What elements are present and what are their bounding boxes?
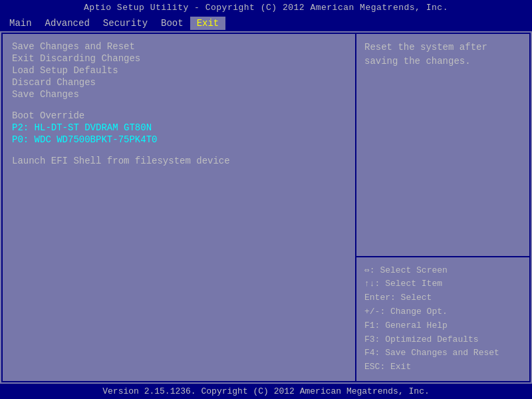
help-area: ⇔: Select Screen↑↓: Select ItemEnter: Se… [356, 257, 529, 381]
footer-text: Version 2.15.1236. Copyright (C) 2012 Am… [102, 386, 429, 396]
section-label: Boot Override [12, 110, 346, 122]
boot-item[interactable]: P0: WDC WD7500BPKT-75PK4T0 [12, 134, 346, 146]
nav-bar: MainAdvancedSecurityBootExit [0, 15, 532, 31]
help-item: F4: Save Changes and Reset [364, 346, 521, 360]
help-item: +/-: Change Opt. [364, 305, 521, 319]
nav-item-security[interactable]: Security [96, 17, 154, 30]
help-item: ESC: Exit [364, 360, 521, 374]
help-item: ↑↓: Select Item [364, 277, 521, 291]
help-item: F1: General Help [364, 319, 521, 333]
title-text: Aptio Setup Utility - Copyright (C) 2012… [84, 3, 448, 13]
main-content: Save Changes and ResetExit Discarding Ch… [1, 33, 531, 382]
menu-item[interactable]: Save Changes and Reset [12, 41, 346, 53]
section-gap [12, 100, 346, 110]
description-text: Reset the system after saving the change… [364, 42, 487, 66]
menu-item[interactable]: Discard Changes [12, 76, 346, 88]
nav-item-advanced[interactable]: Advanced [39, 17, 96, 30]
bios-app: Aptio Setup Utility - Copyright (C) 2012… [0, 0, 532, 399]
menu-item[interactable]: Save Changes [12, 88, 346, 100]
help-item: ⇔: Select Screen [364, 264, 521, 278]
nav-item-exit[interactable]: Exit [190, 17, 226, 30]
section-gap-2 [12, 146, 346, 155]
menu-item[interactable]: Exit Discarding Changes [12, 53, 346, 65]
nav-item-boot[interactable]: Boot [154, 17, 190, 30]
menu-item[interactable]: Load Setup Defaults [12, 65, 346, 76]
left-panel: Save Changes and ResetExit Discarding Ch… [3, 34, 356, 381]
help-item: F3: Optimized Defaults [364, 333, 521, 347]
efi-item[interactable]: Launch EFI Shell from filesystem device [12, 155, 346, 167]
nav-item-main[interactable]: Main [3, 17, 39, 30]
right-panel: Reset the system after saving the change… [356, 34, 529, 381]
footer: Version 2.15.1236. Copyright (C) 2012 Am… [0, 384, 532, 399]
title-bar: Aptio Setup Utility - Copyright (C) 2012… [0, 0, 532, 15]
description-area: Reset the system after saving the change… [356, 34, 529, 257]
boot-item[interactable]: P2: HL-DT-ST DVDRAM GT80N [12, 122, 346, 134]
help-item: Enter: Select [364, 291, 521, 305]
